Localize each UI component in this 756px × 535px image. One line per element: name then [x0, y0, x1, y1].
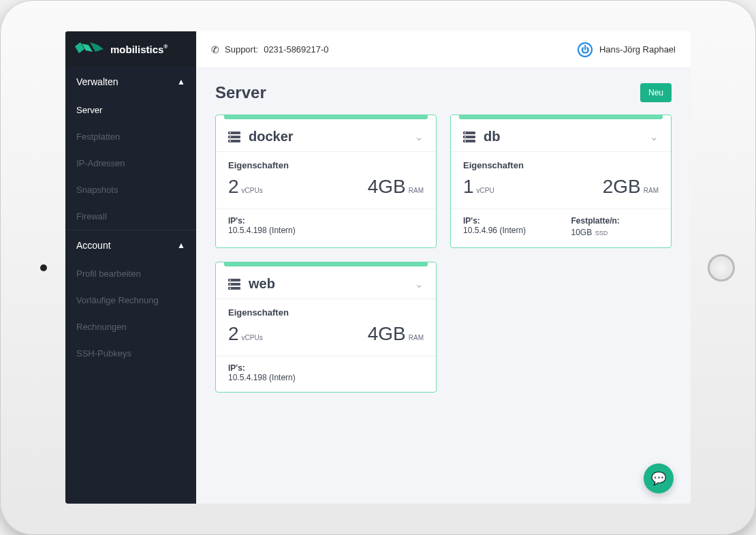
nav-item-server[interactable]: Server: [65, 97, 196, 123]
server-name: docker: [249, 129, 415, 144]
properties-heading: Eigenschaften: [228, 160, 424, 170]
nav-item-snapshots[interactable]: Snapshots: [65, 177, 196, 203]
app-screen: mobilistics Verwalten ▲ Server Festplatt…: [65, 31, 691, 504]
ips-label: IP's:: [463, 216, 551, 226]
chevron-down-icon[interactable]: ⌄: [415, 278, 424, 290]
ips-label: IP's:: [228, 216, 424, 226]
support-label: Support:: [225, 44, 258, 55]
user-name: Hans-Jörg Raphael: [599, 44, 676, 55]
nav-item-ip-adressen[interactable]: IP-Adressen: [65, 150, 196, 177]
server-card-docker[interactable]: docker ⌄ Eigenschaften 2vCPUs 4GBRAM: [215, 114, 437, 248]
ip-value: 10.5.4.198 (Intern): [228, 226, 424, 235]
main-column: ✆ Support: 0231-5869217-0 ⏻ Hans-Jörg Ra…: [196, 31, 691, 504]
ram-unit: RAM: [409, 187, 424, 194]
brand-logo-icon: [75, 42, 104, 56]
sidebar: mobilistics Verwalten ▲ Server Festplatt…: [65, 31, 196, 504]
cpu-unit: vCPUs: [242, 187, 263, 194]
user-menu[interactable]: ⏻ Hans-Jörg Raphael: [578, 42, 676, 57]
ips-label: IP's:: [228, 363, 424, 373]
ip-value: 10.5.4.96 (Intern): [463, 226, 551, 235]
disk-unit: SSD: [595, 230, 608, 236]
disk-label: Festplatte/n:: [571, 216, 659, 226]
chevron-up-icon: ▲: [177, 241, 185, 250]
server-icon: [463, 132, 475, 142]
nav-item-firewall[interactable]: Firewall: [65, 203, 196, 230]
cpu-count: 1: [463, 176, 474, 198]
power-icon: ⏻: [578, 42, 593, 57]
cpu-unit: vCPUs: [242, 334, 263, 341]
server-icon: [228, 279, 240, 290]
ip-value: 10.5.4.198 (Intern): [228, 373, 424, 382]
cpu-unit: vCPU: [477, 187, 494, 194]
nav-group-manage[interactable]: Verwalten ▲: [65, 67, 196, 97]
chat-fab[interactable]: 💬: [644, 463, 674, 493]
chevron-down-icon[interactable]: ⌄: [415, 131, 424, 143]
cpu-count: 2: [228, 323, 239, 345]
tablet-home-button[interactable]: [708, 254, 735, 281]
ram-amount: 4GB: [368, 323, 406, 345]
nav-item-profil[interactable]: Profil bearbeiten: [65, 260, 196, 287]
nav-item-festplatten[interactable]: Festplatten: [65, 123, 196, 150]
support-number: 0231-5869217-0: [264, 44, 328, 55]
content-area: Server Neu docker ⌄: [196, 68, 691, 504]
support-info[interactable]: ✆ Support: 0231-5869217-0: [211, 44, 329, 55]
tablet-frame: mobilistics Verwalten ▲ Server Festplatt…: [0, 0, 756, 535]
brand[interactable]: mobilistics: [65, 31, 196, 67]
server-icon: [228, 132, 240, 142]
phone-icon: ✆: [211, 44, 219, 55]
disk-value: 10GB: [571, 228, 593, 237]
properties-heading: Eigenschaften: [463, 160, 659, 170]
ram-amount: 4GB: [368, 176, 406, 198]
page-title: Server: [215, 83, 266, 102]
ram-unit: RAM: [409, 334, 424, 341]
server-card-web[interactable]: web ⌄ Eigenschaften 2vCPUs 4GBRAM: [215, 262, 437, 393]
svg-marker-2: [90, 42, 104, 52]
nav-item-vorlaeufige-rechnung[interactable]: Vorläufige Rechnung: [65, 287, 196, 314]
topbar: ✆ Support: 0231-5869217-0 ⏻ Hans-Jörg Ra…: [196, 31, 691, 68]
brand-name: mobilistics: [110, 44, 168, 55]
server-card-db[interactable]: db ⌄ Eigenschaften 1vCPU 2GBRAM: [450, 114, 672, 248]
server-name: web: [249, 276, 415, 292]
chat-icon: 💬: [651, 471, 666, 486]
chevron-up-icon: ▲: [177, 77, 185, 87]
cpu-count: 2: [228, 176, 239, 198]
nav-item-ssh-pubkeys[interactable]: SSH-Pubkeys: [65, 340, 196, 367]
new-server-button[interactable]: Neu: [640, 83, 672, 102]
nav-group-manage-label: Verwalten: [76, 76, 118, 87]
nav-group-account-label: Account: [76, 240, 111, 251]
chevron-down-icon[interactable]: ⌄: [650, 131, 659, 143]
ram-amount: 2GB: [603, 176, 641, 198]
properties-heading: Eigenschaften: [228, 307, 424, 318]
nav-item-rechnungen[interactable]: Rechnungen: [65, 314, 196, 340]
nav-group-account[interactable]: Account ▲: [65, 230, 196, 260]
server-grid: docker ⌄ Eigenschaften 2vCPUs 4GBRAM: [215, 114, 672, 393]
ram-unit: RAM: [644, 187, 659, 194]
tablet-camera: [40, 264, 47, 271]
server-name: db: [484, 129, 650, 144]
